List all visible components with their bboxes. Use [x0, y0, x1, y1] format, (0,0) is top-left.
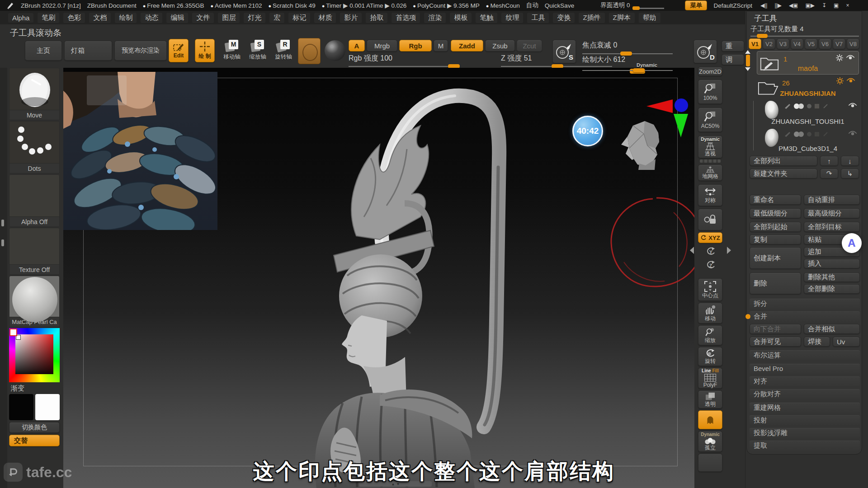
menu-button[interactable]: 菜单 — [685, 0, 707, 10]
copy-button[interactable]: 复制 — [750, 235, 801, 244]
frame-button[interactable]: 中心点 — [698, 278, 722, 301]
collapse-left-icon[interactable] — [690, 247, 694, 254]
menu-item[interactable]: 拾取 — [366, 13, 387, 23]
rgb-intensity-slider[interactable] — [349, 66, 460, 67]
auto-reorder-button[interactable]: 自动重排 — [804, 195, 860, 205]
tab-v8[interactable]: V8 — [847, 38, 859, 49]
menu-item[interactable]: 绘制 — [115, 13, 137, 23]
move-out-button[interactable]: ↷ — [820, 169, 838, 178]
menu-item[interactable]: 文档 — [89, 13, 111, 23]
tab-v1[interactable]: V1 — [749, 38, 761, 49]
aahalf-button[interactable]: AC50% — [698, 108, 722, 132]
draw-size-slider[interactable] — [582, 70, 673, 71]
secondary-color-swatch[interactable] — [35, 394, 60, 420]
section-project-relief[interactable]: 投影浅浮雕 — [750, 428, 860, 438]
ui-transparency-slider[interactable] — [632, 8, 664, 9]
rotate-y-button[interactable]: Y — [702, 246, 720, 258]
menu-item[interactable]: 变换 — [553, 13, 575, 23]
all-to-target-button[interactable]: 全部到目标 — [804, 222, 860, 232]
zoom2d-button[interactable]: Zoom2D — [698, 67, 722, 76]
eye-icon[interactable] — [848, 103, 857, 108]
tab-v5[interactable]: V5 — [805, 38, 817, 49]
menu-item[interactable]: Z插件 — [579, 13, 604, 23]
section-split[interactable]: 拆分 — [750, 299, 860, 309]
zadd-button[interactable]: Zadd — [451, 40, 483, 52]
delete-button[interactable]: 删除 — [750, 272, 801, 294]
axis-y-icon[interactable] — [674, 114, 688, 137]
gear-icon[interactable] — [836, 77, 844, 84]
section-merge[interactable]: 合并 — [750, 311, 860, 321]
rotate-canvas-button[interactable]: 旋转 — [698, 347, 722, 366]
stroke-s-button[interactable]: S — [552, 40, 576, 63]
gradient-label[interactable]: 渐变 — [11, 384, 24, 393]
rotate-z-button[interactable]: Z — [702, 259, 720, 271]
close-icon[interactable]: × — [846, 2, 849, 9]
menu-item[interactable]: 动态 — [141, 13, 162, 23]
m-button[interactable]: M — [434, 40, 448, 52]
move-up-button[interactable]: ↑ — [820, 156, 838, 166]
section-scatter-align[interactable]: 分散对齐 — [750, 389, 860, 399]
zscript-label[interactable]: DefaultZScript — [713, 2, 752, 9]
preview-boolean-button[interactable]: 预览布尔渲染 — [114, 41, 167, 61]
section-project[interactable]: 投射 — [750, 415, 860, 425]
draw-size-dynamic-label[interactable]: Dynamic — [637, 62, 657, 68]
delete-all-button[interactable]: 全部删除 — [804, 284, 860, 294]
next-window-icon[interactable]: ▣▶ — [805, 2, 815, 9]
actual-size-button[interactable]: 100% — [698, 80, 722, 104]
all-to-start-button[interactable]: 全部到起始 — [750, 222, 801, 232]
axis-z-icon[interactable] — [675, 99, 688, 112]
transparency-button[interactable]: 透明 — [698, 390, 722, 408]
tab-v2[interactable]: V2 — [763, 38, 775, 49]
menu-item[interactable]: 影片 — [340, 13, 362, 23]
texture-selector[interactable]: Texture Off — [9, 228, 60, 275]
section-bevel-pro[interactable]: Bevel Pro — [750, 364, 860, 374]
left-scroll-tick[interactable] — [1, 239, 4, 246]
auto-button[interactable]: 自动 — [526, 1, 538, 9]
menu-item[interactable]: 色彩 — [63, 13, 85, 23]
axis-x-icon[interactable] — [646, 99, 673, 113]
menu-item[interactable]: 帮助 — [639, 13, 660, 23]
polyframe-button[interactable]: Line Fill PolyF — [698, 368, 722, 389]
home-button[interactable]: 主页 — [25, 41, 62, 61]
zoom3d-button[interactable]: 缩放 — [698, 325, 722, 345]
menu-item[interactable]: 宏 — [269, 13, 284, 23]
stroke-d-button[interactable]: D — [693, 40, 717, 63]
eye-icon[interactable] — [846, 55, 855, 61]
subtool-mini-icons[interactable] — [783, 103, 833, 110]
visible-count-slider[interactable] — [750, 36, 859, 37]
material-preview[interactable] — [323, 38, 347, 63]
menu-item[interactable]: Alpha — [8, 13, 33, 23]
tab-v3[interactable]: V3 — [777, 38, 789, 49]
left-scroll-tick[interactable] — [1, 220, 4, 226]
merge-visible-button[interactable]: 合并可见 — [750, 337, 801, 347]
rotate-axis-button[interactable]: R 旋转轴 — [273, 40, 294, 64]
menu-item[interactable]: 笔刷 — [38, 13, 59, 23]
tab-v4[interactable]: V4 — [791, 38, 803, 49]
zcut-button[interactable]: Zcut — [517, 40, 542, 52]
duplicate-button[interactable]: 创建副本 — [750, 247, 801, 269]
lightbox-button[interactable]: 灯箱 — [64, 41, 112, 61]
section-align[interactable]: 对齐 — [750, 376, 860, 386]
weld-button[interactable]: 焊接 — [804, 337, 830, 347]
head-orientation-gizmo[interactable] — [618, 118, 663, 170]
move-down-button[interactable]: ↓ — [841, 156, 859, 166]
quicksave-button[interactable]: QuickSave — [545, 2, 574, 9]
local-symmetry-button[interactable] — [698, 209, 722, 230]
solo-button[interactable]: Dynamic 孤立 — [698, 431, 722, 452]
gear-icon[interactable] — [836, 54, 843, 61]
prev-window-icon[interactable]: ◀▣ — [789, 2, 798, 9]
clipped-top-button[interactable]: 重 — [722, 41, 744, 52]
clipped-bottom-button[interactable]: 调 — [722, 54, 744, 65]
color-picker-sv-square[interactable] — [15, 334, 53, 374]
symmetry-button[interactable]: 对称 — [698, 184, 722, 206]
subtool-item-zhuangshijian[interactable]: 26 ZHUANGSHIJIAN — [757, 76, 859, 98]
menu-item[interactable]: 文件 — [192, 13, 214, 23]
menu-item[interactable]: 编辑 — [166, 13, 188, 23]
section-remesh[interactable]: 重建网格 — [750, 403, 860, 413]
new-folder-button[interactable]: 新建文件夹 — [750, 169, 817, 178]
sculpt-canvas[interactable]: 40:42 ▲▼ — [63, 68, 694, 488]
alpha-selector[interactable]: Alpha Off — [9, 174, 60, 227]
assistant-bubble[interactable]: A — [842, 233, 862, 253]
stroke-selector[interactable]: Dots — [9, 121, 60, 174]
uv-button[interactable]: Uv — [833, 337, 860, 347]
